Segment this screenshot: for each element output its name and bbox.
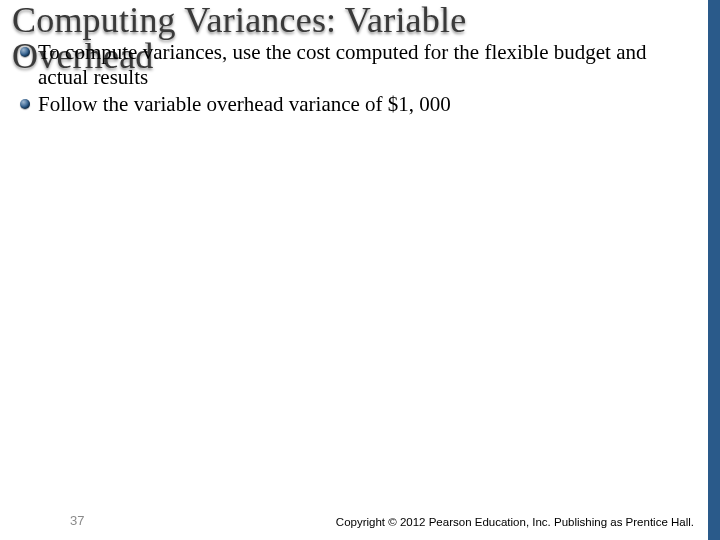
bullet-icon (20, 47, 30, 57)
list-item: To compute variances, use the cost compu… (18, 40, 678, 90)
bullet-icon (20, 99, 30, 109)
page-number: 37 (70, 513, 84, 528)
slide-content: To compute variances, use the cost compu… (18, 40, 678, 118)
bullet-text: Follow the variable overhead variance of… (38, 92, 451, 116)
copyright-text: Copyright © 2012 Pearson Education, Inc.… (336, 516, 694, 528)
bullet-list: To compute variances, use the cost compu… (18, 40, 678, 116)
list-item: Follow the variable overhead variance of… (18, 92, 678, 117)
title-line-1: Computing Variances: Variable (12, 2, 688, 38)
accent-bar (708, 0, 720, 540)
bullet-text: To compute variances, use the cost compu… (38, 40, 647, 89)
slide-footer: 37 Copyright © 2012 Pearson Education, I… (0, 510, 708, 530)
slide: Computing Variances: Variable Overhead T… (0, 0, 708, 540)
